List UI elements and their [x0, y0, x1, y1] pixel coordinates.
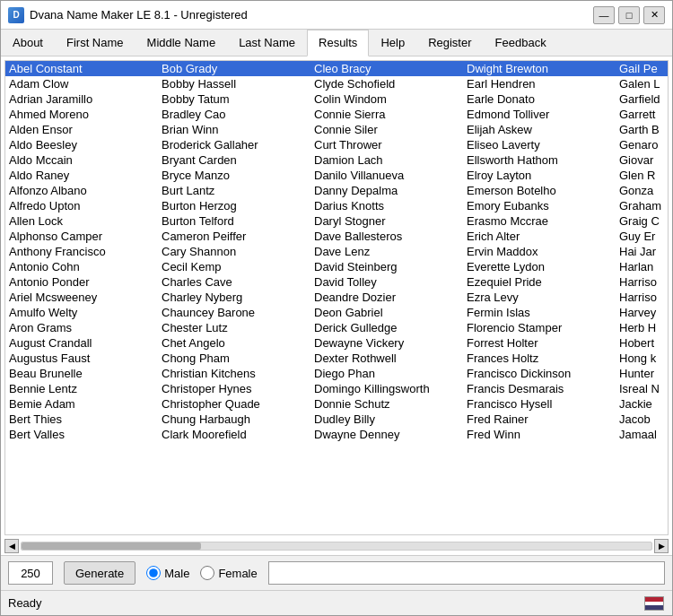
table-cell: Aron Grams [5, 320, 158, 335]
close-button[interactable]: ✕ [643, 6, 665, 24]
table-cell: Bert Thies [5, 412, 158, 427]
table-row[interactable]: Bert ThiesChung HarbaughDudley BillyFred… [5, 412, 669, 427]
table-cell: Augustus Faust [5, 351, 158, 366]
table-cell: Erasmo Mccrae [463, 213, 616, 229]
menu-register[interactable]: Register [416, 30, 483, 56]
table-cell: Alden Ensor [5, 122, 158, 137]
table-cell: Edmond Tolliver [463, 107, 616, 122]
hscroll-track[interactable] [21, 542, 652, 551]
table-cell: Herb H [616, 320, 669, 335]
table-row[interactable]: Antonio PonderCharles CaveDavid TolleyEz… [5, 274, 669, 290]
menu-middle-name[interactable]: Middle Name [135, 30, 228, 56]
table-cell: Gonza [616, 183, 669, 198]
table-row[interactable]: Adrian JaramilloBobby TatumColin WindomE… [5, 91, 669, 107]
table-row[interactable]: Adam ClowBobby HassellClyde SchofieldEar… [5, 76, 669, 91]
table-cell: Jamaal [616, 427, 669, 442]
menu-first-name[interactable]: First Name [55, 30, 135, 56]
table-cell: Alfonzo Albano [5, 183, 158, 198]
names-list-container[interactable]: Abel ConstantBob GradyCleo BracyDwight B… [4, 60, 669, 535]
table-row[interactable]: Alden EnsorBrian WinnConnie SilerElijah … [5, 122, 669, 137]
extra-text-field[interactable] [268, 561, 665, 585]
female-radio[interactable] [200, 566, 214, 580]
minimize-button[interactable]: — [593, 6, 615, 24]
table-cell: Garth B [616, 122, 669, 137]
table-row[interactable]: Alfonzo AlbanoBurt LantzDanny DepalmaEme… [5, 183, 669, 198]
table-cell: Bert Valles [5, 427, 158, 442]
male-radio-label[interactable]: Male [146, 566, 189, 580]
table-row[interactable]: Allen LockBurton TelfordDaryl StognerEra… [5, 213, 669, 229]
menu-help[interactable]: Help [369, 30, 416, 56]
table-cell: Florencio Stamper [463, 320, 616, 335]
table-cell: Harvey [616, 305, 669, 320]
table-cell: Earle Donato [463, 91, 616, 107]
table-row[interactable]: August CrandallChet AngeloDewayne Vicker… [5, 335, 669, 351]
table-cell: August Crandall [5, 335, 158, 351]
table-cell: Harriso [616, 274, 669, 290]
hscroll-thumb[interactable] [22, 542, 201, 550]
table-cell: Alphonso Camper [5, 229, 158, 244]
table-cell: Ezequiel Pride [463, 274, 616, 290]
table-cell: Chet Angelo [158, 335, 310, 351]
table-row[interactable]: Beau BrunelleChristian KitchensDiego Pha… [5, 366, 669, 381]
table-cell: Jackie [616, 396, 669, 412]
maximize-button[interactable]: □ [618, 6, 640, 24]
table-row[interactable]: Ahmed MorenoBradley CaoConnie SierraEdmo… [5, 107, 669, 122]
table-cell: Abel Constant [5, 61, 158, 76]
table-cell: Frances Holtz [463, 351, 616, 366]
table-cell: Darius Knotts [310, 198, 463, 213]
names-table: Abel ConstantBob GradyCleo BracyDwight B… [5, 61, 669, 442]
menu-last-name[interactable]: Last Name [227, 30, 307, 56]
main-window: D Dvana Name Maker LE 8.1 - Unregistered… [0, 0, 673, 616]
table-cell: Chester Lutz [158, 320, 310, 335]
table-cell: Deandre Dozier [310, 290, 463, 305]
table-row[interactable]: Bemie AdamChristopher QuadeDonnie Schutz… [5, 396, 669, 412]
table-row[interactable]: Bennie LentzChristoper HynesDomingo Kill… [5, 381, 669, 396]
table-cell: Aldo Raney [5, 168, 158, 183]
table-row[interactable]: Aldo BeesleyBroderick GallaherCurt Throw… [5, 137, 669, 152]
table-cell: Earl Hendren [463, 76, 616, 91]
table-row[interactable]: Amulfo WeltyChauncey BaroneDeon GabrielF… [5, 305, 669, 320]
table-cell: Christopher Quade [158, 396, 310, 412]
table-cell: Cary Shannon [158, 244, 310, 259]
table-row[interactable]: Antonio CohnCecil KempDavid SteinbergEve… [5, 259, 669, 274]
table-row[interactable]: Bert VallesClark MoorefieldDwayne Denney… [5, 427, 669, 442]
generate-button[interactable]: Generate [64, 561, 135, 585]
table-cell: Danny Depalma [310, 183, 463, 198]
table-cell: Daryl Stogner [310, 213, 463, 229]
table-row[interactable]: Alfredo UptonBurton HerzogDarius KnottsE… [5, 198, 669, 213]
table-cell: Dexter Rothwell [310, 351, 463, 366]
table-cell: Charles Cave [158, 274, 310, 290]
table-cell: Bryce Manzo [158, 168, 310, 183]
table-row[interactable]: Abel ConstantBob GradyCleo BracyDwight B… [5, 61, 669, 76]
count-input[interactable] [8, 561, 53, 585]
table-cell: Guy Er [616, 229, 669, 244]
menu-about[interactable]: About [1, 30, 55, 56]
table-cell: Broderick Gallaher [158, 137, 310, 152]
bottom-bar: Generate Male Female [1, 555, 672, 590]
table-cell: Dwayne Denney [310, 427, 463, 442]
table-row[interactable]: Alphonso CamperCameron PeifferDave Balle… [5, 229, 669, 244]
table-cell: Beau Brunelle [5, 366, 158, 381]
table-cell: Hong k [616, 351, 669, 366]
table-cell: Glen R [616, 168, 669, 183]
table-cell: Everette Lydon [463, 259, 616, 274]
table-row[interactable]: Augustus FaustChong PhamDexter RothwellF… [5, 351, 669, 366]
table-cell: Christian Kitchens [158, 366, 310, 381]
table-row[interactable]: Aron GramsChester LutzDerick GulledgeFlo… [5, 320, 669, 335]
table-cell: Fred Rainer [463, 412, 616, 427]
menu-results[interactable]: Results [307, 30, 369, 56]
menu-feedback[interactable]: Feedback [484, 30, 558, 56]
table-cell: Gail Pe [616, 61, 669, 76]
table-row[interactable]: Aldo MccainBryant CardenDamion LachEllsw… [5, 152, 669, 168]
table-row[interactable]: Ariel McsweeneyCharley NybergDeandre Doz… [5, 290, 669, 305]
table-cell: Genaro [616, 137, 669, 152]
table-cell: Fermin Islas [463, 305, 616, 320]
table-cell: Bennie Lentz [5, 381, 158, 396]
table-row[interactable]: Anthony FranciscoCary ShannonDave LenzEr… [5, 244, 669, 259]
table-row[interactable]: Aldo RaneyBryce ManzoDanilo VillanuevaEl… [5, 168, 669, 183]
scroll-right-arrow[interactable]: ▶ [654, 539, 669, 553]
table-cell: Derick Gulledge [310, 320, 463, 335]
scroll-left-arrow[interactable]: ◀ [4, 539, 19, 553]
male-radio[interactable] [146, 566, 161, 580]
female-radio-label[interactable]: Female [200, 566, 257, 580]
